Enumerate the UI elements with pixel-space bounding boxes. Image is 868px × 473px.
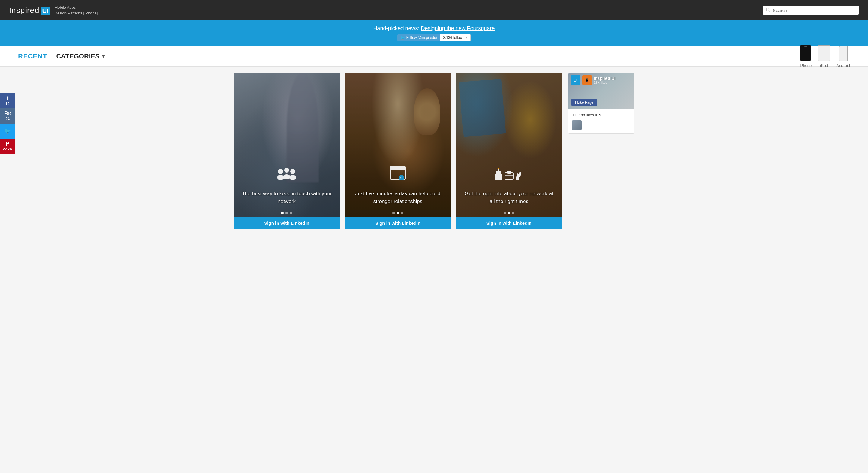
search-input[interactable]: [773, 8, 855, 13]
card2-footer[interactable]: Sign in with LinkedIn: [345, 217, 451, 229]
logo-area: Inspired UI Mobile Apps Design Patterns …: [9, 4, 98, 16]
card-1[interactable]: The best way to keep in touch with your …: [234, 73, 340, 229]
pinterest-share-btn[interactable]: P 22.7K: [0, 138, 15, 154]
subtitle-line1: Mobile Apps: [55, 4, 98, 10]
svg-rect-17: [496, 170, 501, 174]
svg-text:⏱: ⏱: [400, 176, 403, 180]
svg-point-7: [289, 175, 296, 180]
fb-brand-icon2: 📱: [582, 75, 592, 85]
twitter-count: 3,136 followers: [440, 34, 471, 41]
fb-brand-name: Inspired UI: [594, 76, 615, 81]
vk-share-btn[interactable]: Вк 24: [0, 108, 15, 124]
twitter-share-icon: 🐦: [4, 128, 11, 134]
device-ipad[interactable]: iPad: [818, 45, 830, 68]
logo-subtitle: Mobile Apps Design Patterns [iPhone]: [55, 4, 98, 16]
fb-like-label: Like Page: [577, 100, 593, 104]
fb-widget-body: 1 friend likes this: [568, 109, 634, 133]
card1-icons: [240, 166, 334, 184]
fb-like-btn[interactable]: f Like Page: [571, 99, 597, 106]
banner-text: Hand-picked news: Designing the new Four…: [0, 25, 868, 32]
ipad-label: iPad: [820, 63, 828, 68]
nav-bar: RECENT CATEGORIES ▼ iPhone iPad Android: [0, 46, 868, 67]
iphone-label: iPhone: [800, 63, 812, 68]
fb-widget-header: UI 📱 Inspired UI 18K likes f Like Page: [568, 73, 634, 109]
dot: [504, 212, 506, 214]
search-box[interactable]: [763, 6, 859, 15]
card1-content: The best way to keep in touch with your …: [234, 166, 340, 205]
device-icons: iPhone iPad Android: [800, 44, 850, 68]
cards-area: The best way to keep in touch with your …: [234, 73, 562, 229]
dot: [290, 212, 292, 214]
social-sidebar: f 12 Вк 24 🐦 P 22.7K: [0, 93, 15, 154]
card3-dots: [456, 212, 562, 214]
sidebar-widget: UI 📱 Inspired UI 18K likes f Like Page 1…: [568, 73, 634, 229]
card1-overlay: [234, 73, 340, 229]
twitter-icon: 🐦: [400, 36, 405, 40]
main-content: The best way to keep in touch with your …: [216, 67, 652, 235]
vk-icon: Вк: [4, 111, 11, 116]
logo-ui-box: UI: [41, 7, 50, 15]
fb-brand-likes: 18K likes: [594, 81, 615, 84]
iphone-shape: [801, 44, 811, 61]
fb-widget: UI 📱 Inspired UI 18K likes f Like Page 1…: [568, 73, 634, 134]
card1-text: The best way to keep in touch with your …: [240, 190, 334, 205]
card1-dots: [234, 212, 340, 214]
svg-rect-16: [495, 174, 502, 180]
header: Inspired UI Mobile Apps Design Patterns …: [0, 0, 868, 21]
card3-content: Get the right info about your network at…: [456, 166, 562, 205]
facebook-count: 12: [5, 102, 9, 106]
dot: [512, 212, 515, 214]
banner: Hand-picked news: Designing the new Four…: [0, 21, 868, 46]
dot: [401, 212, 403, 214]
categories-label: CATEGORIES: [56, 53, 99, 60]
ipad-shape: [818, 45, 830, 61]
nav-categories[interactable]: CATEGORIES ▼: [56, 53, 105, 60]
card1-footer[interactable]: Sign in with LinkedIn: [234, 217, 340, 229]
dot-active: [281, 212, 284, 214]
svg-point-2: [278, 169, 283, 174]
svg-point-19: [498, 168, 499, 169]
twitter-follow: 🐦 Follow @inspiredui 3,136 followers: [397, 34, 471, 41]
subtitle-line2: Design Patterns [iPhone]: [55, 10, 98, 16]
card3-footer[interactable]: Sign in with LinkedIn: [456, 217, 562, 229]
dot: [393, 212, 395, 214]
card3-text: Get the right info about your network at…: [462, 190, 556, 205]
svg-line-1: [769, 10, 770, 12]
svg-point-4: [290, 169, 295, 174]
pinterest-count: 22.7K: [3, 147, 12, 151]
card2-icons: ⏱: [351, 164, 445, 184]
android-label: Android: [836, 63, 850, 68]
banner-static-text: Hand-picked news:: [373, 25, 421, 31]
twitter-follow-btn[interactable]: 🐦 Follow @inspiredui: [397, 34, 440, 41]
card2-overlay: [345, 73, 451, 229]
svg-rect-20: [505, 172, 513, 179]
fb-avatar: [572, 120, 582, 130]
card-3[interactable]: Get the right info about your network at…: [456, 73, 562, 229]
logo-text: Inspired: [9, 6, 39, 15]
dot-active: [397, 212, 399, 214]
card-2[interactable]: ⏱ Just five minutes a day can help build…: [345, 73, 451, 229]
card3-overlay: [456, 73, 562, 229]
android-shape: [839, 46, 848, 61]
svg-point-3: [284, 168, 289, 172]
fb-brand: UI 📱 Inspired UI 18K likes: [571, 75, 615, 85]
banner-link[interactable]: Designing the new Foursquare: [421, 25, 495, 31]
dot: [285, 212, 288, 214]
fb-brand-icon: UI: [571, 75, 581, 85]
device-android[interactable]: Android: [836, 46, 850, 68]
fb-friend-text: 1 friend likes this: [572, 113, 630, 117]
categories-caret: ▼: [101, 54, 105, 59]
vk-count: 24: [5, 117, 9, 121]
pinterest-icon: P: [6, 141, 9, 147]
card2-dots: [345, 212, 451, 214]
device-iphone[interactable]: iPhone: [800, 44, 812, 68]
card3-icons: [462, 166, 556, 184]
fb-icon: f: [575, 100, 576, 104]
fb-brand-info: Inspired UI 18K likes: [594, 76, 615, 84]
twitter-btn-label: Follow @inspiredui: [406, 36, 437, 40]
twitter-share-btn[interactable]: 🐦: [0, 124, 15, 138]
search-icon: [766, 8, 770, 13]
facebook-share-btn[interactable]: f 12: [0, 93, 15, 108]
facebook-icon: f: [7, 96, 8, 101]
nav-recent[interactable]: RECENT: [18, 53, 47, 60]
